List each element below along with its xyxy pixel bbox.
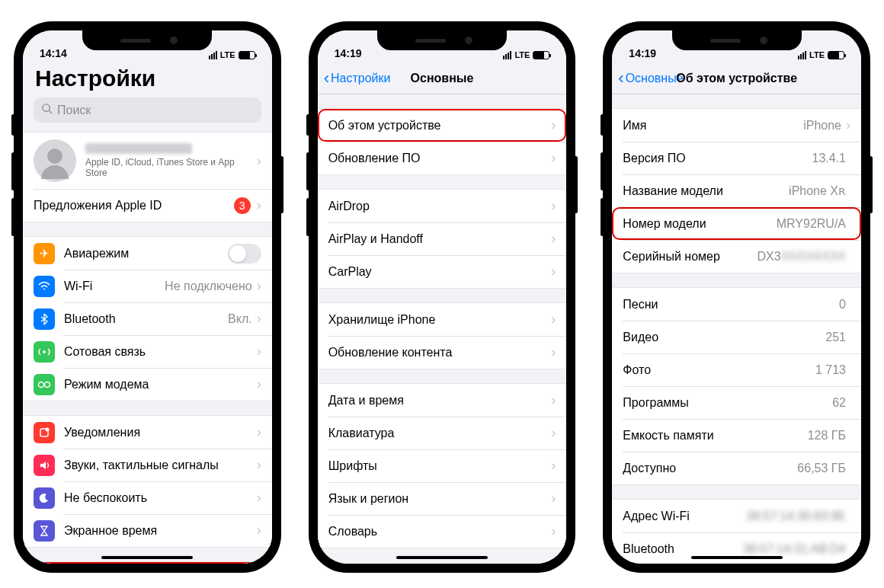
chevron-left-icon: ‹ — [618, 70, 623, 87]
nav-bar: ‹ Основные Об этом устройстве — [612, 62, 861, 94]
badge: 3 — [234, 197, 251, 214]
chevron-right-icon: › — [551, 491, 556, 507]
notch — [377, 30, 507, 50]
bluetooth-icon — [34, 308, 55, 330]
status-time: 14:14 — [40, 47, 67, 59]
bluetooth-row[interactable]: Bluetooth Вкл. › — [23, 302, 272, 335]
home-indicator — [396, 556, 488, 559]
notifications-row[interactable]: Уведомления › — [23, 416, 272, 449]
chevron-right-icon: › — [846, 117, 850, 133]
apps-row: Программы 62 — [612, 386, 861, 419]
signal-icon — [798, 51, 806, 59]
language-row[interactable]: Язык и регион › — [318, 482, 567, 515]
back-button[interactable]: ‹ Основные — [618, 70, 683, 87]
notifications-icon — [34, 422, 55, 443]
about-row[interactable]: Об этом устройстве › — [318, 109, 567, 142]
apple-id-suggestions[interactable]: Предложения Apple ID 3 › — [23, 189, 272, 222]
sounds-icon — [34, 455, 55, 476]
svg-point-2 — [43, 350, 46, 353]
avatar-icon — [34, 139, 76, 182]
available-row: Доступно 66,53 ГБ — [612, 452, 861, 484]
hotspot-row[interactable]: Режим модема › — [23, 368, 272, 401]
network-label: LTE — [514, 50, 530, 59]
signal-icon — [209, 51, 217, 59]
chevron-right-icon: › — [551, 198, 556, 214]
phone-mockup-about: 14:19 LTE ‹ Основные Об этом устройстве … — [604, 23, 869, 571]
profile-name-redacted — [85, 143, 192, 154]
chevron-right-icon: › — [551, 392, 556, 408]
chevron-right-icon: › — [257, 490, 261, 506]
notch — [82, 30, 212, 50]
background-refresh-row[interactable]: Обновление контента › — [318, 336, 567, 369]
hotspot-icon — [34, 374, 55, 395]
chevron-right-icon: › — [551, 523, 556, 539]
videos-row: Видео 251 — [612, 321, 861, 353]
signal-icon — [503, 51, 511, 59]
serial-value: DX3XXXXXXXX — [757, 250, 847, 264]
airplane-icon: ✈ — [34, 243, 55, 264]
chevron-right-icon: › — [257, 344, 261, 360]
version-row: Версия ПО 13.4.1 — [612, 142, 861, 174]
cellular-icon — [34, 341, 55, 363]
svg-point-0 — [43, 104, 50, 111]
serial-row: Серийный номер DX3XXXXXXXX — [612, 240, 861, 273]
chevron-right-icon: › — [551, 117, 556, 133]
airplay-row[interactable]: AirPlay и Handoff › — [318, 222, 567, 255]
back-button[interactable]: ‹ Настройки — [324, 70, 391, 87]
home-indicator — [101, 556, 193, 559]
photos-row: Фото 1 713 — [612, 353, 861, 386]
chevron-right-icon: › — [257, 376, 261, 392]
fonts-row[interactable]: Шрифты › — [318, 449, 567, 482]
battery-icon — [239, 51, 255, 59]
chevron-right-icon: › — [551, 344, 556, 360]
network-label: LTE — [809, 50, 825, 59]
status-time: 14:19 — [335, 47, 362, 59]
profile-subtitle: Apple ID, iCloud, iTunes Store и App Sto… — [85, 157, 257, 178]
dictionary-row[interactable]: Словарь › — [318, 515, 567, 548]
keyboard-row[interactable]: Клавиатура › — [318, 417, 567, 449]
battery-icon — [828, 51, 844, 59]
battery-icon — [533, 51, 549, 59]
page-title: Настройки — [23, 62, 272, 97]
svg-point-6 — [46, 427, 50, 431]
airplane-switch[interactable] — [228, 244, 261, 264]
chevron-right-icon: › — [257, 457, 261, 473]
capacity-row: Емкость памяти 128 ГБ — [612, 419, 861, 452]
vpn-row[interactable]: VPN Не подключено › — [318, 563, 567, 564]
storage-row[interactable]: Хранилище iPhone › — [318, 303, 567, 336]
search-icon — [41, 103, 53, 117]
dnd-row[interactable]: Не беспокоить › — [23, 481, 272, 514]
chevron-left-icon: ‹ — [324, 70, 329, 87]
home-indicator — [691, 556, 783, 559]
general-row[interactable]: Основные › — [23, 562, 272, 564]
phone-mockup-settings: 14:14 LTE Настройки Поиск Apple ID, iClo… — [15, 23, 280, 571]
svg-point-3 — [39, 382, 44, 387]
carplay-row[interactable]: CarPlay › — [318, 255, 567, 288]
songs-row: Песни 0 — [612, 288, 861, 321]
airdrop-row[interactable]: AirDrop › — [318, 190, 567, 222]
chevron-right-icon: › — [551, 312, 556, 328]
screentime-row[interactable]: Экранное время › — [23, 514, 272, 547]
svg-point-4 — [45, 382, 50, 387]
name-row[interactable]: Имя iPhone › — [612, 109, 861, 142]
apple-id-profile[interactable]: Apple ID, iCloud, iTunes Store и App Sto… — [23, 133, 272, 189]
software-update-row[interactable]: Обновление ПО › — [318, 142, 567, 174]
search-input[interactable]: Поиск — [34, 97, 261, 123]
wifi-icon — [34, 276, 55, 297]
nav-bar: ‹ Настройки Основные — [318, 62, 567, 94]
chevron-right-icon: › — [257, 424, 261, 440]
cellular-row[interactable]: Сотовая связь › — [23, 335, 272, 368]
wifi-row[interactable]: Wi-Fi Не подключено › — [23, 270, 272, 302]
model-number-row[interactable]: Номер модели MRY92RU/A — [612, 207, 861, 240]
redacted-value: 38:57:14:31:AB:D4 — [743, 542, 846, 556]
redacted-value: 38:57:14:30:83:9E — [746, 510, 846, 523]
airplane-mode-row[interactable]: ✈ Авиарежим — [23, 237, 272, 270]
datetime-row[interactable]: Дата и время › — [318, 384, 567, 417]
model-name-row: Название модели iPhone Xʀ — [612, 174, 861, 207]
chevron-right-icon: › — [551, 264, 556, 280]
network-label: LTE — [220, 50, 235, 59]
wifi-address-row: Адрес Wi-Fi 38:57:14:30:83:9E — [612, 500, 861, 532]
sounds-row[interactable]: Звуки, тактильные сигналы › — [23, 449, 272, 481]
chevron-right-icon: › — [551, 231, 556, 247]
chevron-right-icon: › — [257, 153, 261, 169]
